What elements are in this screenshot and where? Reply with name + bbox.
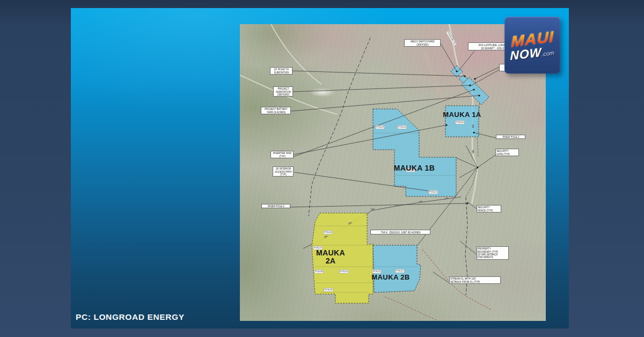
oh-marker: OH — [348, 221, 352, 225]
maui-now-logo: MAUI NOW.com — [504, 17, 560, 74]
road-label-poleline-rd: POLELINE RD — [446, 31, 457, 46]
callout-tmk-acreage: T.M.K. 2500103: 1087.65 ACRES — [370, 230, 430, 235]
oh-marker: OH — [444, 197, 448, 200]
area-title-mauka-2b: MAUKA 2B — [371, 274, 409, 281]
pcs-label: PCS-10 — [335, 268, 353, 275]
callout-project-battery-yard: PROJECT BATTERYYARD (6 ACRES) — [261, 107, 291, 114]
photo-credit-caption: PC: LONGROAD ENERGY — [76, 312, 185, 322]
callout-stream-setback: STREAM CL WITH 100'SETBACK FROM CL (TYP) — [449, 276, 501, 284]
pcs-label: PCS-06 — [319, 229, 337, 236]
area-title-mauka-2a: MAUKA2A — [316, 249, 345, 266]
callout-meco-switchyard: MECO SWITCHYARD(300'X300') — [404, 39, 441, 47]
callout-interior-access-path: 18' INTERIORACCESS PATH(TYP) — [273, 166, 294, 177]
oh-marker: OH — [472, 124, 474, 128]
callout-security-gate: SECURITYGATE (TYP) — [495, 149, 519, 156]
oh-marker: OH — [419, 200, 422, 203]
map-annotations: MECO SWITCHYARD(300'X300')POI LATITUDE, … — [240, 24, 546, 321]
callout-riser-pole-2-west: RISER POLE-2 — [261, 204, 290, 208]
callout-project-substation: PROJECTSUBSTATION(300'X300') — [273, 86, 293, 97]
pcs-label: PCS-04 — [393, 124, 411, 131]
pcs-label: PCS-05 — [451, 119, 469, 126]
pcs-label: PCS-01 — [424, 189, 442, 196]
area-title-mauka-1a: MAUKA 1A — [443, 111, 481, 119]
callout-inverter-skid: INVERTER SKID(TYP) — [270, 151, 294, 158]
image-panel: MECO SWITCHYARD(300'X300')POI LATITUDE, … — [71, 8, 569, 328]
pcs-label: PCS-03 — [371, 124, 389, 131]
callout-road-to-substation: 20' ROAD TOSUBSTATION — [270, 67, 292, 75]
callout-security-fence: SECURITYFENCE (TYP) — [477, 205, 501, 213]
oh-marker: OH — [472, 150, 474, 153]
callout-riser-pole-2-east: RISER POLE-2 — [496, 135, 525, 139]
oh-marker: OH — [394, 204, 398, 207]
oh-marker: OH — [324, 235, 328, 238]
logo-com-suffix: .com — [542, 49, 555, 57]
pcs-label: PCS-09 — [319, 287, 338, 294]
callout-property-boundary: PROPERTYBOUNDARY (TYP)20' MIN SETBACKFOR… — [477, 246, 509, 260]
site-plan-map: MECO SWITCHYARD(300'X300')POI LATITUDE, … — [240, 24, 546, 321]
pcs-label: PCS-08 — [310, 268, 328, 275]
article-background: MECO SWITCHYARD(300'X300')POI LATITUDE, … — [0, 0, 644, 337]
area-title-mauka-1b: MAUKA 1B — [394, 164, 435, 172]
oh-marker: OH — [370, 208, 374, 211]
